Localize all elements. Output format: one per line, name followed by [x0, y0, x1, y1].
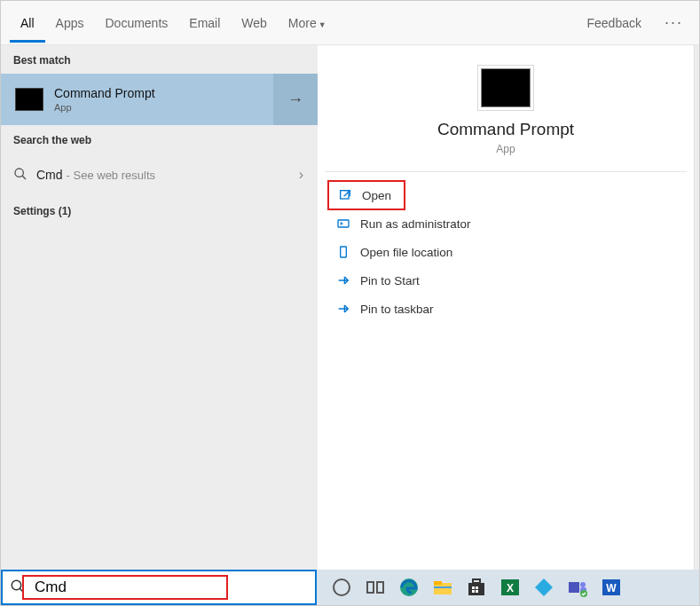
svg-rect-9 [377, 582, 383, 593]
excel-icon[interactable]: X [499, 577, 521, 598]
folder-icon [334, 245, 353, 259]
web-query-text: Cmd [36, 168, 63, 182]
command-prompt-icon [481, 68, 531, 107]
chevron-right-icon: › [299, 167, 303, 183]
svg-rect-8 [367, 582, 374, 593]
svg-rect-2 [341, 191, 349, 199]
best-match-subtitle: App [54, 102, 155, 113]
preview-pane: Command Prompt App [318, 45, 694, 155]
chevron-down-icon: ▼ [319, 20, 326, 29]
cortana-icon[interactable] [331, 577, 352, 598]
svg-rect-19 [476, 590, 478, 593]
svg-rect-16 [472, 586, 475, 589]
tab-web[interactable]: Web [231, 4, 278, 43]
action-run-admin[interactable]: Run as administrator [326, 209, 685, 238]
svg-point-23 [580, 582, 586, 587]
svg-rect-18 [472, 590, 475, 593]
svg-rect-12 [434, 581, 442, 585]
store-icon[interactable] [466, 577, 487, 598]
tab-all[interactable]: All [10, 4, 45, 43]
best-match-result[interactable]: Command Prompt App → [1, 74, 318, 125]
kodi-icon[interactable] [533, 577, 554, 598]
task-view-icon[interactable] [365, 577, 386, 598]
web-hint-text: - See web results [67, 169, 155, 182]
action-pin-taskbar-label: Pin to taskbar [360, 303, 434, 316]
action-pin-taskbar[interactable]: Pin to taskbar [326, 295, 685, 323]
more-options-icon[interactable]: ··· [657, 13, 690, 32]
svg-rect-22 [569, 582, 579, 593]
svg-rect-13 [434, 586, 452, 588]
web-result-row[interactable]: Cmd - See web results › [1, 153, 318, 196]
tab-email[interactable]: Email [178, 4, 231, 43]
svg-rect-4 [341, 247, 347, 257]
action-pin-start-label: Pin to Start [360, 274, 420, 287]
tab-documents[interactable]: Documents [94, 4, 178, 43]
preview-title: Command Prompt [332, 120, 680, 139]
best-match-header: Best match [1, 45, 318, 74]
taskbar-search[interactable] [1, 570, 317, 605]
action-list: Open Run as administrator Open file loca… [318, 177, 694, 327]
tab-more[interactable]: More▼ [278, 4, 337, 43]
feedback-link[interactable]: Feedback [577, 4, 652, 43]
preview-subtitle: App [332, 143, 680, 155]
action-file-location[interactable]: Open file location [326, 238, 685, 266]
svg-rect-3 [338, 220, 349, 227]
edge-icon[interactable] [398, 577, 420, 598]
search-highlight [22, 575, 228, 600]
search-input[interactable] [35, 578, 223, 596]
svg-point-5 [12, 580, 21, 590]
search-web-header: Search the web [1, 125, 318, 153]
file-explorer-icon[interactable] [432, 577, 453, 598]
pin-icon [334, 273, 353, 287]
tab-apps[interactable]: Apps [45, 4, 95, 43]
settings-header[interactable]: Settings (1) [1, 196, 318, 224]
svg-rect-15 [473, 579, 480, 583]
action-run-admin-label: Run as administrator [360, 217, 471, 231]
word-icon[interactable]: W [601, 577, 622, 598]
open-preview-arrow-icon[interactable]: → [273, 74, 318, 125]
shield-icon [334, 216, 353, 231]
action-pin-start[interactable]: Pin to Start [326, 266, 685, 295]
taskbar: X W [1, 570, 699, 605]
command-prompt-icon [15, 88, 43, 111]
best-match-title: Command Prompt [54, 86, 155, 100]
action-file-location-label: Open file location [360, 246, 452, 259]
svg-line-1 [22, 176, 26, 179]
action-open[interactable]: Open [328, 181, 405, 209]
svg-point-7 [334, 579, 350, 595]
open-icon [335, 188, 355, 202]
svg-rect-17 [476, 586, 478, 589]
search-icon [13, 167, 28, 184]
teams-icon[interactable] [567, 577, 588, 598]
divider [325, 171, 687, 172]
action-open-label: Open [362, 189, 391, 202]
pin-icon [334, 302, 353, 316]
search-scope-tabs: All Apps Documents Email Web More▼ Feedb… [1, 1, 699, 45]
svg-text:X: X [507, 582, 514, 594]
svg-point-0 [15, 169, 23, 177]
svg-text:W: W [606, 582, 617, 594]
